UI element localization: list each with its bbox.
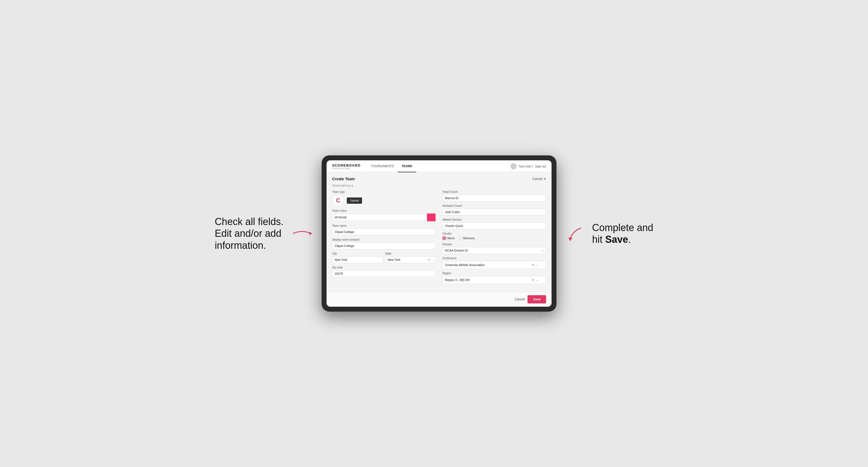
section-label: TEAM DETAILS	[332, 184, 546, 187]
logo-area: C Upload	[332, 194, 436, 207]
main-content: Create Team Cancel ✕ TEAM DETAILS Team l…	[327, 172, 552, 288]
right-annotation: Complete and hit Save.	[592, 222, 653, 245]
sign-out-link[interactable]: Sign out	[535, 165, 546, 168]
left-arrow-container	[291, 228, 313, 239]
display-name-field: Display name (unique)	[332, 238, 436, 249]
region-field: Region Region II - (M) DIII ✕ ⌄	[442, 272, 546, 284]
region-value: Region II - (M) DIII	[445, 278, 469, 282]
head-coach-label: Head Coach	[442, 190, 546, 193]
region-select[interactable]: Region II - (M) DIII ✕ ⌄	[442, 276, 546, 284]
logo-letter: C	[336, 197, 340, 204]
logo-circle: C	[332, 194, 344, 207]
conference-label: Conference	[442, 257, 546, 260]
conference-controls: ✕ ⌄	[532, 263, 538, 267]
cancel-x-button[interactable]: Cancel ✕	[532, 177, 546, 181]
assistant-coach-label: Assistant Coach	[442, 204, 546, 207]
region-controls: ✕ ⌄	[532, 278, 538, 282]
team-name-field: Team name	[332, 224, 436, 236]
city-input[interactable]	[332, 256, 383, 263]
team-colour-label: Team colour	[332, 209, 436, 212]
city-field: City	[332, 252, 383, 263]
right-arrow-container	[565, 225, 584, 242]
state-clear-icon[interactable]: ✕	[428, 258, 430, 261]
cancel-button[interactable]: Cancel	[515, 298, 525, 301]
zip-input[interactable]	[332, 270, 436, 277]
athletic-director-input[interactable]	[442, 222, 546, 229]
tablet-frame: SCOREBOARD Powered by clippd TOURNAMENTS…	[322, 155, 556, 312]
state-select-wrapper: ✕ ⌄	[385, 256, 436, 263]
left-column: Team logo C Upload Team colour	[332, 190, 436, 284]
division-field: Division	[442, 243, 546, 254]
team-logo-field: Team logo C Upload	[332, 190, 436, 207]
state-field: State ✕ ⌄	[385, 252, 436, 263]
conference-clear-icon[interactable]: ✕	[532, 263, 534, 267]
city-state-row: City State ✕ ⌄	[332, 252, 436, 263]
gender-mens-option[interactable]: Mens	[442, 236, 455, 240]
gender-mens-radio[interactable]	[442, 236, 446, 240]
nav-teams[interactable]: TEAMS	[398, 160, 416, 172]
left-annotation: Check all fields. Edit and/or add inform…	[215, 216, 283, 251]
gender-womens-radio[interactable]	[458, 236, 462, 240]
logo-text: SCOREBOARD	[332, 163, 361, 167]
gender-label: Gender	[442, 232, 546, 235]
team-colour-field: Team colour	[332, 209, 436, 221]
assistant-coach-field: Assistant Coach	[442, 204, 546, 216]
athletic-director-field: Athletic Director	[442, 218, 546, 229]
navbar: SCOREBOARD Powered by clippd TOURNAMENTS…	[327, 160, 552, 172]
page-header: Create Team Cancel ✕	[332, 177, 546, 181]
team-name-label: Team name	[332, 224, 436, 227]
page-title: Create Team	[332, 177, 355, 181]
app-logo: SCOREBOARD Powered by clippd	[332, 163, 361, 169]
save-button[interactable]: Save	[528, 295, 546, 303]
conference-select[interactable]: University Athletic Association ✕ ⌄	[442, 261, 546, 269]
nav-tournaments[interactable]: TOURNAMENTS	[367, 160, 398, 172]
region-clear-icon[interactable]: ✕	[532, 278, 534, 282]
right-arrow-icon	[565, 225, 584, 242]
city-label: City	[332, 252, 383, 255]
region-chevron-icon: ⌄	[536, 279, 538, 282]
athletic-director-label: Athletic Director	[442, 218, 546, 221]
division-label: Division	[442, 243, 546, 246]
conference-chevron-icon: ⌄	[536, 263, 538, 267]
user-label: Test User |	[519, 165, 533, 168]
navbar-right: Test User | Sign out	[510, 163, 546, 169]
close-icon: ✕	[544, 177, 546, 181]
conference-field: Conference University Athletic Associati…	[442, 257, 546, 269]
color-row	[332, 213, 436, 221]
navbar-nav: TOURNAMENTS TEAMS	[367, 160, 510, 172]
form-footer: Cancel Save	[327, 292, 552, 307]
page-container: Check all fields. Edit and/or add inform…	[11, 155, 857, 312]
color-swatch[interactable]	[427, 213, 436, 221]
color-input[interactable]	[332, 214, 427, 221]
logo-subtext: Powered by clippd	[332, 167, 361, 169]
svg-marker-0	[309, 232, 312, 235]
right-column: Head Coach Assistant Coach Athletic Dire…	[442, 190, 546, 284]
gender-mens-label: Mens	[447, 237, 455, 240]
zip-field: Zip code	[332, 266, 436, 277]
conference-value: University Athletic Association	[445, 263, 485, 267]
zip-label: Zip code	[332, 266, 436, 269]
team-name-input[interactable]	[332, 228, 436, 236]
form-body: Team logo C Upload Team colour	[332, 190, 546, 284]
svg-marker-1	[568, 238, 572, 241]
gender-womens-label: Womens	[463, 237, 474, 240]
display-name-input[interactable]	[332, 242, 436, 249]
head-coach-input[interactable]	[442, 194, 546, 201]
team-logo-label: Team logo	[332, 190, 436, 193]
state-label: State	[385, 252, 436, 255]
display-name-label: Display name (unique)	[332, 238, 436, 241]
left-arrow-icon	[291, 228, 313, 239]
region-label: Region	[442, 272, 546, 275]
upload-button[interactable]: Upload	[347, 197, 362, 204]
cancel-x-label: Cancel	[532, 177, 542, 181]
user-avatar	[510, 163, 517, 169]
division-input[interactable]	[442, 247, 546, 254]
gender-row: Mens Womens	[442, 236, 546, 240]
gender-womens-option[interactable]: Womens	[458, 236, 474, 240]
assistant-coach-input[interactable]	[442, 208, 546, 216]
division-select-wrapper	[442, 247, 546, 254]
head-coach-field: Head Coach	[442, 190, 546, 201]
tablet-screen: SCOREBOARD Powered by clippd TOURNAMENTS…	[327, 160, 552, 307]
gender-field: Gender Mens Womens	[442, 232, 546, 240]
